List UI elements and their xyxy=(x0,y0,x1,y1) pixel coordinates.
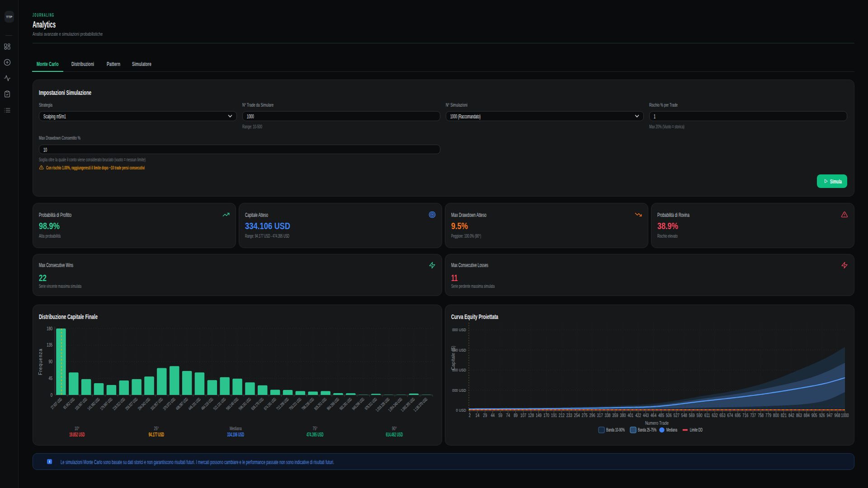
svg-text:Mediana: Mediana xyxy=(230,426,242,431)
svg-text:212: 212 xyxy=(559,413,565,418)
svg-text:75°: 75° xyxy=(313,426,318,431)
svg-text:275: 275 xyxy=(582,413,588,418)
svg-text:779: 779 xyxy=(765,413,771,418)
svg-text:2: 2 xyxy=(469,413,471,418)
svg-text:464: 464 xyxy=(651,413,656,418)
svg-text:294.042 USD: 294.042 USD xyxy=(137,397,151,411)
svg-text:826.251 USD: 826.251 USD xyxy=(313,397,328,411)
svg-text:0 USD: 0 USD xyxy=(456,408,467,413)
svg-text:218.012 USD: 218.012 USD xyxy=(112,397,126,411)
svg-text:25°: 25° xyxy=(154,426,159,431)
svg-text:90°: 90° xyxy=(392,426,397,431)
svg-text:884: 884 xyxy=(804,413,810,418)
svg-text:89: 89 xyxy=(514,413,518,418)
svg-text:758: 758 xyxy=(758,413,764,418)
svg-text:359: 359 xyxy=(612,413,618,418)
svg-text:Limite DD: Limite DD xyxy=(690,427,703,432)
svg-text:170: 170 xyxy=(543,413,549,418)
svg-text:10°: 10° xyxy=(75,426,80,431)
svg-text:Capitale ($): Capitale ($) xyxy=(451,346,456,370)
svg-text:522.131 USD: 522.131 USD xyxy=(212,397,227,411)
svg-text:59: 59 xyxy=(498,413,502,418)
svg-text:474.395 USD: 474.395 USD xyxy=(307,432,324,438)
svg-text:Mediana: Mediana xyxy=(666,427,677,432)
svg-text:926: 926 xyxy=(819,413,825,418)
svg-text:614.462 USD: 614.462 USD xyxy=(386,432,403,438)
svg-text:107: 107 xyxy=(520,413,526,418)
svg-text:485: 485 xyxy=(658,413,664,418)
svg-text:44: 44 xyxy=(491,413,495,418)
svg-text:380: 380 xyxy=(620,413,626,418)
svg-text:128: 128 xyxy=(528,413,534,418)
svg-text:674.191 USD: 674.191 USD xyxy=(263,397,277,411)
svg-text:902.281 USD: 902.281 USD xyxy=(338,397,353,411)
svg-text:422: 422 xyxy=(635,413,641,418)
svg-text:Banda 25-75%: Banda 25-75% xyxy=(638,427,656,432)
svg-text:2.000.000 USD: 2.000.000 USD xyxy=(445,327,466,332)
svg-text:674: 674 xyxy=(727,413,733,418)
svg-text:103.967 USD: 103.967 USD xyxy=(74,397,88,411)
svg-text:408.087 USD: 408.087 USD xyxy=(175,397,189,411)
svg-text:947: 947 xyxy=(827,413,833,418)
svg-text:334.106 USD: 334.106 USD xyxy=(227,432,244,438)
svg-text:968: 968 xyxy=(835,413,840,418)
svg-text:1.000.000 USD: 1.000.000 USD xyxy=(445,367,466,372)
svg-text:19.852 USD: 19.852 USD xyxy=(69,432,85,438)
svg-text:506: 506 xyxy=(666,413,672,418)
svg-text:940.296 USD: 940.296 USD xyxy=(351,397,365,411)
svg-text:191: 191 xyxy=(551,413,557,418)
svg-text:611: 611 xyxy=(704,413,710,418)
svg-text:370.072 USD: 370.072 USD xyxy=(162,397,176,411)
svg-text:632: 632 xyxy=(712,413,718,418)
svg-text:338: 338 xyxy=(604,413,610,418)
svg-text:141.982 USD: 141.982 USD xyxy=(86,397,101,411)
svg-text:560.146 USD: 560.146 USD xyxy=(225,397,240,411)
svg-text:90: 90 xyxy=(49,359,53,364)
svg-text:443: 443 xyxy=(643,413,649,418)
svg-text:750.221 USD: 750.221 USD xyxy=(288,397,302,411)
svg-text:401: 401 xyxy=(627,413,633,418)
svg-text:569: 569 xyxy=(689,413,695,418)
svg-text:135: 135 xyxy=(47,342,52,347)
svg-text:14: 14 xyxy=(476,413,480,418)
svg-text:636.176 USD: 636.176 USD xyxy=(250,397,264,411)
svg-text:256.027 USD: 256.027 USD xyxy=(124,397,139,411)
svg-text:1.500.000 USD: 1.500.000 USD xyxy=(445,347,466,352)
svg-text:332.057 USD: 332.057 USD xyxy=(149,397,164,411)
svg-text:788.236 USD: 788.236 USD xyxy=(301,397,315,411)
svg-text:695: 695 xyxy=(735,413,741,418)
svg-text:180: 180 xyxy=(47,326,52,331)
svg-text:0: 0 xyxy=(51,392,52,398)
svg-text:Banda 10-90%: Banda 10-90% xyxy=(606,427,625,432)
svg-text:716: 716 xyxy=(742,413,748,418)
svg-text:29: 29 xyxy=(483,413,487,418)
svg-text:317: 317 xyxy=(597,413,603,418)
svg-text:863: 863 xyxy=(796,413,802,418)
svg-text:446.101 USD: 446.101 USD xyxy=(187,397,202,411)
svg-text:905: 905 xyxy=(811,413,817,418)
svg-text:1000: 1000 xyxy=(841,413,849,418)
svg-text:821: 821 xyxy=(781,413,787,418)
svg-text:179.997 USD: 179.997 USD xyxy=(99,397,113,411)
svg-text:1.130.370 USD: 1.130.370 USD xyxy=(412,397,428,413)
svg-text:Numero Trade: Numero Trade xyxy=(645,420,669,426)
svg-text:45: 45 xyxy=(49,375,53,381)
svg-text:527: 527 xyxy=(674,413,679,418)
svg-text:149: 149 xyxy=(536,413,542,418)
svg-text:74: 74 xyxy=(506,413,510,418)
svg-text:653: 653 xyxy=(720,413,726,418)
svg-text:800: 800 xyxy=(773,413,779,418)
svg-text:94.177 USD: 94.177 USD xyxy=(149,432,164,438)
svg-text:Frequenza: Frequenza xyxy=(38,348,43,375)
svg-text:27.937 USD: 27.937 USD xyxy=(50,397,63,410)
svg-text:864.266 USD: 864.266 USD xyxy=(326,397,340,411)
svg-text:548: 548 xyxy=(681,413,687,418)
svg-text:842: 842 xyxy=(788,413,794,418)
svg-text:598.161 USD: 598.161 USD xyxy=(237,397,252,411)
svg-text:296: 296 xyxy=(590,413,595,418)
svg-text:254: 254 xyxy=(574,413,580,418)
svg-text:737: 737 xyxy=(750,413,756,418)
svg-text:500.000 USD: 500.000 USD xyxy=(445,388,466,393)
svg-text:590: 590 xyxy=(697,413,703,418)
svg-text:712.206 USD: 712.206 USD xyxy=(275,397,290,411)
